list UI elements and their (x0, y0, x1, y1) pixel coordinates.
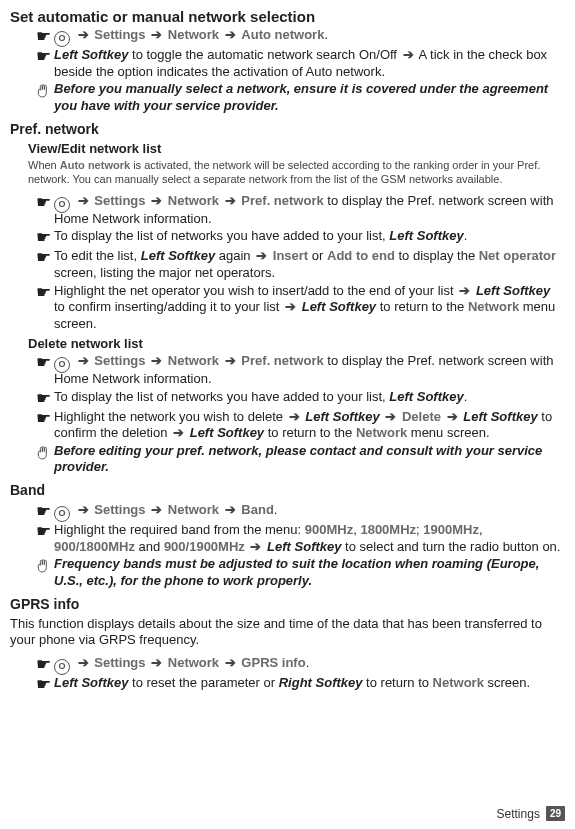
pointer-icon: ☛ (32, 676, 54, 694)
delete-line: Highlight the network you wish to delete… (54, 409, 565, 442)
footer-chapter: Settings (497, 807, 540, 821)
pointer-icon: ☛ (32, 284, 54, 302)
heading-band: Band (10, 482, 565, 498)
pointer-icon: ☛ (32, 354, 54, 372)
pointer-icon: ☛ (32, 28, 54, 46)
page-footer: Settings 29 (497, 806, 565, 821)
menu-key-icon: O (54, 197, 70, 213)
pointer-icon: ☛ (32, 523, 54, 541)
menu-key-icon: O (54, 357, 70, 373)
hand-icon (32, 557, 54, 577)
nav-band-line: O ➔ Settings ➔ Network ➔ Band. (54, 502, 565, 520)
section-gprs: ☛ O ➔ Settings ➔ Network ➔ GPRS info. ☛ … (32, 655, 565, 694)
auto-toggle-line: Left Softkey to toggle the automatic net… (54, 47, 565, 80)
pointer-icon: ☛ (32, 194, 54, 212)
view-edit-intro: When Auto network is activated, the netw… (28, 158, 565, 188)
hand-icon (32, 82, 54, 102)
menu-key-icon: O (54, 659, 70, 675)
nav-auto-network-line: O ➔ Settings ➔ Network ➔ Auto network. (54, 27, 565, 45)
footer-page-number: 29 (546, 806, 565, 821)
pointer-icon: ☛ (32, 503, 54, 521)
hand-icon (32, 444, 54, 464)
pointer-icon: ☛ (32, 410, 54, 428)
nav-pref-line: O ➔ Settings ➔ Network ➔ Pref. network t… (54, 193, 565, 227)
gprs-reset-line: Left Softkey to reset the parameter or R… (54, 675, 565, 692)
heading-pref-network: Pref. network (10, 121, 565, 137)
page: Set automatic or manual network selectio… (0, 0, 575, 694)
pointer-icon: ☛ (32, 249, 54, 267)
band-select-line: Highlight the required band from the men… (54, 522, 565, 555)
display-list-line: To display the list of networks you have… (54, 228, 565, 245)
heading-delete-list: Delete network list (28, 336, 565, 351)
note-pref-edit: Before editing your pref. network, pleas… (54, 443, 565, 476)
pointer-icon: ☛ (32, 229, 54, 247)
note-manual-select: Before you manually select a network, en… (54, 81, 565, 114)
menu-key-icon: O (54, 31, 70, 47)
section-view-edit: ☛ O ➔ Settings ➔ Network ➔ Pref. network… (32, 193, 565, 332)
nav-pref-line-2: O ➔ Settings ➔ Network ➔ Pref. network t… (54, 353, 565, 387)
heading-auto-manual: Set automatic or manual network selectio… (10, 8, 565, 25)
menu-key-icon: O (54, 506, 70, 522)
gprs-intro: This function displays details about the… (10, 616, 565, 650)
heading-view-edit: View/Edit network list (28, 141, 565, 156)
display-list-line-2: To display the list of networks you have… (54, 389, 565, 406)
note-band: Frequency bands must be adjusted to suit… (54, 556, 565, 589)
pointer-icon: ☛ (32, 390, 54, 408)
edit-list-line: To edit the list, Left Softkey again ➔ I… (54, 248, 565, 281)
pointer-icon: ☛ (32, 48, 54, 66)
section-auto: ☛ O ➔ Settings ➔ Network ➔ Auto network.… (32, 27, 565, 115)
section-band: ☛ O ➔ Settings ➔ Network ➔ Band. ☛ Highl… (32, 502, 565, 590)
pointer-icon: ☛ (32, 656, 54, 674)
highlight-operator-line: Highlight the net operator you wish to i… (54, 283, 565, 333)
section-delete: ☛ O ➔ Settings ➔ Network ➔ Pref. network… (32, 353, 565, 476)
heading-gprs: GPRS info (10, 596, 565, 612)
nav-gprs-line: O ➔ Settings ➔ Network ➔ GPRS info. (54, 655, 565, 673)
